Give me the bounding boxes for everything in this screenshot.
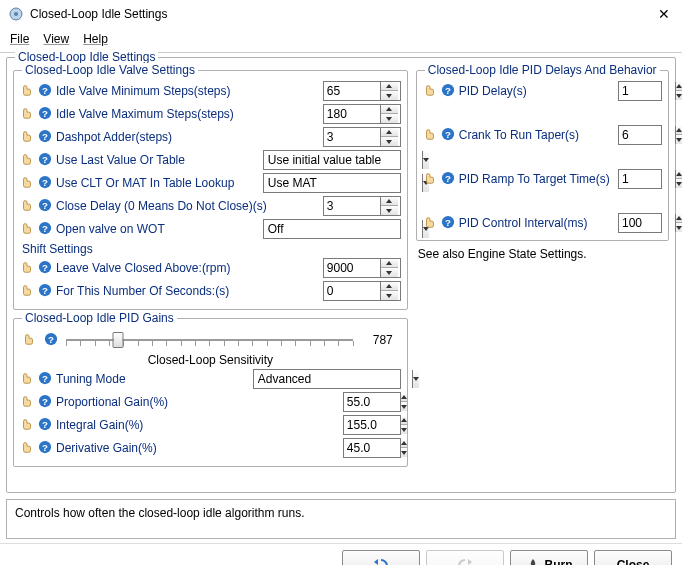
hand-icon — [20, 417, 36, 434]
group-legend: Closed-Loop Idle Settings — [15, 50, 158, 64]
tuning-mode-drop[interactable] — [412, 370, 419, 388]
help-icon[interactable]: ? — [38, 417, 54, 434]
p-gain-up[interactable] — [401, 393, 407, 402]
p-gain-down[interactable] — [401, 402, 407, 411]
help-icon[interactable]: ? — [441, 83, 457, 100]
min-steps-up[interactable] — [381, 82, 398, 91]
pid-delay-input[interactable] — [618, 81, 662, 101]
undo-button[interactable] — [342, 550, 420, 565]
close-delay-up[interactable] — [381, 197, 398, 206]
hand-icon — [423, 215, 439, 232]
help-icon[interactable]: ? — [38, 260, 54, 277]
close-delay-input[interactable] — [323, 196, 401, 216]
window-close-button[interactable]: ✕ — [654, 6, 674, 22]
help-icon[interactable]: ? — [38, 83, 54, 100]
help-icon[interactable]: ? — [441, 171, 457, 188]
help-icon[interactable]: ? — [38, 221, 54, 238]
group-pid-delays: Closed-Loop Idle PID Delays And Behavior… — [416, 70, 669, 241]
help-icon[interactable]: ? — [38, 129, 54, 146]
d-gain-down[interactable] — [401, 448, 407, 457]
last-value-combo[interactable] — [263, 150, 401, 170]
help-icon[interactable]: ? — [38, 175, 54, 192]
pid-delay-down[interactable] — [676, 91, 682, 100]
tuning-mode-label: Tuning Mode — [56, 372, 126, 386]
shift-secs-input[interactable] — [323, 281, 401, 301]
d-gain-input[interactable] — [343, 438, 401, 458]
help-icon[interactable]: ? — [441, 215, 457, 232]
menu-file[interactable]: File — [10, 32, 29, 46]
help-icon[interactable]: ? — [38, 198, 54, 215]
i-gain-label: Integral Gain(%) — [56, 418, 143, 432]
help-icon[interactable]: ? — [38, 106, 54, 123]
svg-text:?: ? — [42, 199, 48, 210]
burn-button[interactable]: Burn — [510, 550, 588, 565]
ramp-up[interactable] — [676, 170, 682, 179]
pid-delay-label: PID Delay(s) — [459, 84, 527, 98]
i-gain-up[interactable] — [401, 416, 407, 425]
help-icon[interactable]: ? — [38, 283, 54, 300]
svg-text:?: ? — [42, 284, 48, 295]
help-icon[interactable]: ? — [441, 127, 457, 144]
tuning-mode-combo[interactable] — [253, 369, 401, 389]
interval-down[interactable] — [676, 223, 682, 232]
max-steps-input[interactable] — [323, 104, 401, 124]
pid-delay-up[interactable] — [676, 82, 682, 91]
d-gain-up[interactable] — [401, 439, 407, 448]
gains-legend: Closed-Loop Idle PID Gains — [22, 311, 177, 325]
redo-button — [426, 550, 504, 565]
hand-icon — [20, 175, 36, 192]
menu-view[interactable]: View — [43, 32, 69, 46]
interval-up[interactable] — [676, 214, 682, 223]
svg-text:?: ? — [42, 372, 48, 383]
interval-input[interactable] — [618, 213, 662, 233]
clt-mat-combo[interactable] — [263, 173, 401, 193]
taper-up[interactable] — [676, 126, 682, 135]
p-gain-label: Proportional Gain(%) — [56, 395, 168, 409]
shift-secs-down[interactable] — [381, 291, 398, 300]
hand-icon — [20, 394, 36, 411]
menu-help[interactable]: Help — [83, 32, 108, 46]
sensitivity-slider[interactable] — [66, 329, 353, 351]
shift-above-input[interactable] — [323, 258, 401, 278]
p-gain-input[interactable] — [343, 392, 401, 412]
dashpot-input[interactable] — [323, 127, 401, 147]
delays-legend: Closed-Loop Idle PID Delays And Behavior — [425, 63, 660, 77]
last-value-label: Use Last Value Or Table — [56, 153, 185, 167]
taper-input[interactable] — [618, 125, 662, 145]
max-steps-down[interactable] — [381, 114, 398, 123]
min-steps-down[interactable] — [381, 91, 398, 100]
help-icon[interactable]: ? — [38, 394, 54, 411]
hand-icon — [20, 440, 36, 457]
svg-text:?: ? — [42, 418, 48, 429]
ramp-input[interactable] — [618, 169, 662, 189]
shift-secs-up[interactable] — [381, 282, 398, 291]
taper-down[interactable] — [676, 135, 682, 144]
help-icon[interactable]: ? — [38, 152, 54, 169]
max-steps-up[interactable] — [381, 105, 398, 114]
min-steps-label: Idle Valve Minimum Steps(steps) — [56, 84, 231, 98]
dashpot-down[interactable] — [381, 137, 398, 146]
svg-text:?: ? — [42, 395, 48, 406]
svg-point-1 — [14, 12, 18, 16]
help-icon[interactable]: ? — [38, 440, 54, 457]
close-delay-down[interactable] — [381, 206, 398, 215]
svg-text:?: ? — [42, 107, 48, 118]
shift-above-down[interactable] — [381, 268, 398, 277]
status-bar: Controls how often the closed-loop idle … — [6, 499, 676, 539]
svg-text:?: ? — [42, 153, 48, 164]
min-steps-input[interactable] — [323, 81, 401, 101]
ramp-down[interactable] — [676, 179, 682, 188]
help-icon[interactable]: ? — [44, 332, 60, 349]
dashpot-label: Dashpot Adder(steps) — [56, 130, 172, 144]
close-button[interactable]: Close — [594, 550, 672, 565]
i-gain-input[interactable] — [343, 415, 401, 435]
max-steps-label: Idle Valve Maximum Steps(steps) — [56, 107, 234, 121]
svg-text:?: ? — [42, 84, 48, 95]
dashpot-up[interactable] — [381, 128, 398, 137]
hand-icon — [20, 371, 36, 388]
shift-above-up[interactable] — [381, 259, 398, 268]
i-gain-down[interactable] — [401, 425, 407, 434]
wot-combo[interactable] — [263, 219, 401, 239]
help-icon[interactable]: ? — [38, 371, 54, 388]
title-bar: Closed-Loop Idle Settings ✕ — [0, 0, 682, 28]
